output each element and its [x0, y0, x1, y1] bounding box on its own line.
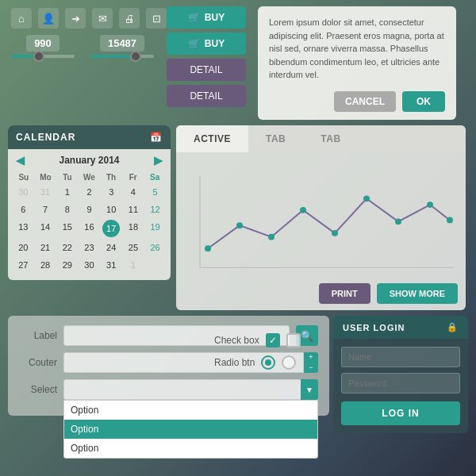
svg-point-6	[268, 234, 274, 240]
login-section: USER LOGIN 🔒 LOG IN	[333, 316, 468, 433]
radio-inner	[265, 359, 271, 366]
slider-1-value: 990	[26, 35, 60, 52]
counter-decrement[interactable]: −	[304, 363, 318, 373]
calendar-section: CALENDAR 📅 ◀ January 2014 ▶ Su Mo Tu We …	[8, 125, 171, 280]
svg-point-10	[395, 218, 401, 225]
slider-2: 15487	[90, 35, 154, 58]
arrow-right-icon[interactable]: ➜	[65, 8, 86, 29]
radio-label: Radio btn	[214, 357, 255, 368]
print-button[interactable]: PRINT	[319, 283, 370, 304]
line-chart	[184, 160, 458, 275]
slider-1: 990	[11, 35, 75, 58]
chart-section: ACTIVE TAB TAB PRINT SHOW MORE	[176, 125, 466, 310]
slider-2-value: 15487	[100, 35, 144, 52]
svg-point-4	[205, 245, 211, 251]
dialog-text: Lorem ipsum dolor sit amet, consectetur …	[269, 16, 445, 82]
calendar-week-5: 27 28 29 30 31 1	[8, 256, 171, 274]
calendar-week-1: 30 31 1 2 3 4 5	[8, 183, 171, 201]
buy-button-1[interactable]: 🛒 BUY	[167, 6, 246, 29]
dropdown-item-1[interactable]: Option	[64, 401, 317, 420]
chart-buttons: PRINT SHOW MORE	[176, 279, 466, 310]
mail-icon[interactable]: ✉	[92, 8, 113, 29]
detail-button-1[interactable]: DETAIL	[167, 59, 246, 81]
tab-active[interactable]: ACTIVE	[176, 125, 248, 152]
login-title: USER LOGIN	[343, 323, 405, 332]
login-header: USER LOGIN 🔒	[333, 316, 468, 339]
bookmark-icon[interactable]: ⊡	[146, 8, 167, 29]
home-icon[interactable]: ⌂	[11, 8, 32, 29]
svg-point-12	[447, 217, 453, 224]
name-input[interactable]	[341, 347, 460, 367]
dialog-box: Lorem ipsum dolor sit amet, consectetur …	[258, 6, 456, 120]
calendar-week-2: 6 7 8 9 10 11 12	[8, 201, 171, 218]
checkbox-label: Check box	[214, 335, 259, 346]
cart-icon-1: 🛒	[188, 12, 200, 23]
select-field-label: Select	[19, 384, 57, 395]
svg-point-11	[427, 202, 433, 208]
dialog-buttons: CANCEL OK	[269, 91, 445, 112]
select-row: Select ▼ Option Option Option	[19, 379, 318, 400]
tabs-row: ACTIVE TAB TAB	[176, 125, 466, 152]
calendar-week-4: 20 21 22 23 24 25 26	[8, 239, 171, 256]
label-field-label: Label	[19, 330, 57, 341]
tab-1[interactable]: TAB	[248, 125, 303, 152]
counter-field-label: Couter	[19, 357, 57, 368]
slider-1-track[interactable]	[11, 55, 75, 58]
tab-2[interactable]: TAB	[303, 125, 358, 152]
ok-button[interactable]: OK	[402, 91, 445, 112]
checkbox-row: Check box ✓	[214, 333, 301, 347]
calendar-header: CALENDAR 📅	[8, 125, 171, 149]
users-icon[interactable]: 👤	[38, 8, 59, 29]
next-month-button[interactable]: ▶	[154, 154, 163, 167]
calendar-nav: ◀ January 2014 ▶	[8, 149, 171, 171]
detail-button-2[interactable]: DETAIL	[167, 85, 246, 107]
calendar-icon: 📅	[150, 132, 163, 143]
radio-selected[interactable]	[261, 355, 275, 370]
dropdown-item-3[interactable]: Option	[64, 439, 317, 458]
checkbox-unchecked[interactable]	[286, 333, 301, 347]
svg-point-5	[236, 222, 243, 228]
dropdown-item-2[interactable]: Option	[64, 420, 317, 439]
radio-row: Radio btn	[214, 355, 301, 370]
select-wrap: ▼ Option Option Option	[63, 379, 318, 400]
svg-point-8	[332, 230, 338, 236]
dropdown-list: Option Option Option	[63, 400, 318, 459]
password-input[interactable]	[341, 373, 460, 393]
print-icon[interactable]: 🖨	[119, 8, 140, 29]
login-body: LOG IN	[333, 339, 468, 425]
calendar-title: CALENDAR	[16, 132, 75, 143]
checkbox-checked[interactable]: ✓	[266, 333, 280, 347]
buy-button-2[interactable]: 🛒 BUY	[167, 33, 246, 55]
svg-point-7	[300, 207, 306, 213]
calendar-days-header: Su Mo Tu We Th Fr Sa	[8, 171, 171, 183]
radio-unselected[interactable]	[282, 355, 296, 370]
select-display[interactable]	[63, 379, 318, 400]
show-more-button[interactable]: SHOW MORE	[377, 283, 458, 304]
calendar-week-3: 13 14 15 16 17 18 19	[8, 218, 171, 239]
cancel-button[interactable]: CANCEL	[334, 91, 396, 112]
slider-2-track[interactable]	[90, 55, 154, 58]
counter-buttons: + −	[304, 352, 318, 373]
prev-month-button[interactable]: ◀	[16, 154, 25, 167]
lock-icon: 🔒	[447, 322, 459, 332]
action-buttons: 🛒 BUY 🛒 BUY DETAIL DETAIL	[167, 6, 246, 107]
calendar-month: January 2014	[59, 155, 119, 166]
login-button[interactable]: LOG IN	[341, 401, 460, 425]
chart-area	[176, 152, 466, 279]
cart-icon-2: 🛒	[188, 38, 200, 49]
select-arrow-icon[interactable]: ▼	[301, 379, 318, 400]
svg-point-9	[363, 195, 370, 202]
extras-column: Check box ✓ Radio btn	[214, 333, 301, 370]
counter-increment[interactable]: +	[304, 352, 318, 363]
